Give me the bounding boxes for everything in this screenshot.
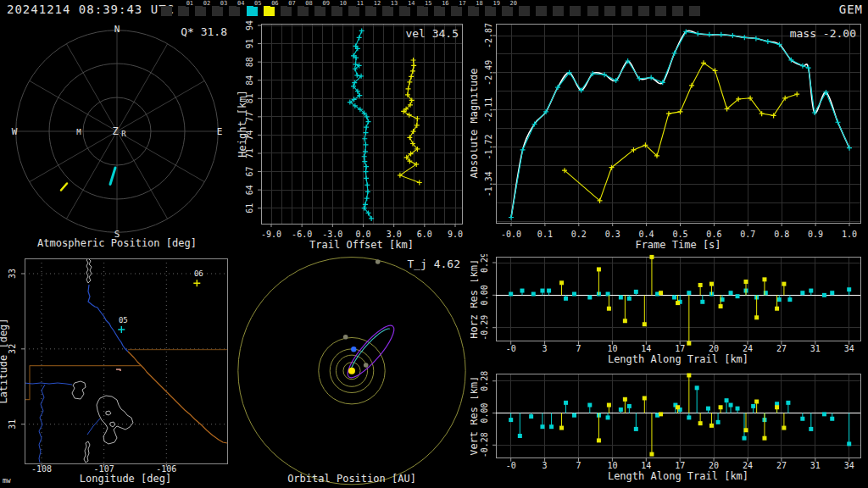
data-point [775,405,779,409]
frame-square-03[interactable]: 03 [212,0,229,20]
data-point [800,291,804,295]
watermark: mw [3,477,11,485]
lake-west [72,381,86,399]
frame-square-fill [621,6,632,16]
frame-square-10[interactable]: 10 [331,0,348,20]
data-point [398,173,403,178]
data-point [787,297,792,302]
data-point [364,169,369,175]
frame-square-x23[interactable] [553,0,570,20]
data-point [676,301,680,305]
data-point [547,289,551,293]
frame-square-x26[interactable] [604,0,621,20]
frame-number-label: 19 [492,0,500,7]
frame-square-09[interactable]: 09 [314,0,331,20]
meteor-streak-yellow [61,184,67,191]
frame-square-02[interactable]: 02 [195,0,212,20]
data-point [809,289,813,293]
y-axis-title: Height [km] [237,90,248,157]
frame-number-label: 07 [287,0,296,7]
frame-square-x0[interactable] [161,0,178,20]
data-point [822,412,826,416]
x-tick-label: 10 [607,344,617,353]
data-point [409,74,414,79]
data-point [364,175,369,180]
frame-square-fill [689,6,700,16]
data-point [736,407,740,411]
data-point [415,123,420,128]
frame-square-14[interactable]: 14 [399,0,416,20]
data-point [835,119,840,125]
frame-square-fill [178,6,189,16]
x-tick-label: 3 [542,344,548,353]
y-tick-label: 61 [245,203,254,214]
frame-square-16[interactable]: 16 [434,0,451,20]
frame-square-19[interactable]: 19 [485,0,502,20]
data-point [751,404,755,408]
y-tick-label: -2.11 [484,97,493,123]
data-point [417,180,422,186]
data-point [587,403,592,408]
frame-square-x27[interactable] [621,0,638,20]
reservoir-lake-north [86,258,92,283]
data-point [597,438,601,442]
frame-square-fill [247,6,258,16]
y-tick-label: 0.00 [480,285,489,305]
frame-square-fill [502,6,513,16]
data-point [822,293,826,297]
y-tick-label: 88 [245,57,254,67]
data-point [730,33,735,38]
sun-dot [348,368,355,374]
x-tick-label: 0.2 [571,230,587,239]
data-point [606,415,610,419]
radiant-marker: R [121,130,126,138]
data-point [700,300,704,304]
q-star-stat-label: Q* 31.8 [181,25,227,38]
frame-square-11[interactable]: 11 [348,0,365,20]
frame-square-07[interactable]: 07 [281,0,298,20]
y-tick-label: -2.87 [484,23,493,48]
frame-square-04[interactable]: 04 [229,0,246,20]
y-tick-label: 33 [8,269,17,279]
x-tick-label: 0.1 [537,230,553,239]
frame-square-x22[interactable] [536,0,553,20]
x-tick-label: 0.0 [355,230,370,239]
frame-square-x24[interactable] [570,0,587,20]
frame-square-13[interactable]: 13 [382,0,399,20]
frame-square-fill [348,6,359,16]
frame-square-x28[interactable] [638,0,655,20]
frame-square-17[interactable]: 17 [451,0,468,20]
frame-square-20[interactable]: 20 [502,0,519,20]
x-tick-label: 31 [810,461,821,470]
y-tick-label: 91 [245,39,254,49]
frame-number-label: 12 [373,0,381,7]
data-point [559,426,564,430]
frame-square-01[interactable]: 01 [178,0,195,20]
y-axis-title: Latitude [deg] [0,318,9,403]
y-axis-title: Vert Res [km] [470,376,480,456]
frame-square-05[interactable]: 05 [247,0,264,20]
frame-square-08[interactable]: 08 [298,0,314,20]
frame-square-x25[interactable] [587,0,604,20]
data-point [736,294,740,298]
y-tick-label: 31 [8,419,17,430]
frame-square-06[interactable]: 06 [264,0,281,20]
frame-square-fill [672,6,683,16]
data-point [754,400,759,404]
data-point [707,32,712,37]
x-axis-title: Length Along Trail [km] [608,353,748,365]
data-point [649,255,654,259]
frame-square-15[interactable]: 15 [417,0,434,20]
frame-square-fill [570,6,581,16]
height-profile-plot: -9.0-6.0-3.00.03.06.09.09491888481777471… [237,20,470,254]
data-point [743,436,747,441]
x-tick-label: 34 [844,461,854,470]
frame-square-x21[interactable] [519,0,536,20]
data-point [649,452,654,457]
frame-square-12[interactable]: 12 [365,0,382,20]
frame-square-x29[interactable] [655,0,672,20]
frame-square-18[interactable]: 18 [468,0,485,20]
frame-square-x30[interactable] [672,0,689,20]
frame-square-x31[interactable] [689,0,706,20]
data-point [643,396,647,400]
